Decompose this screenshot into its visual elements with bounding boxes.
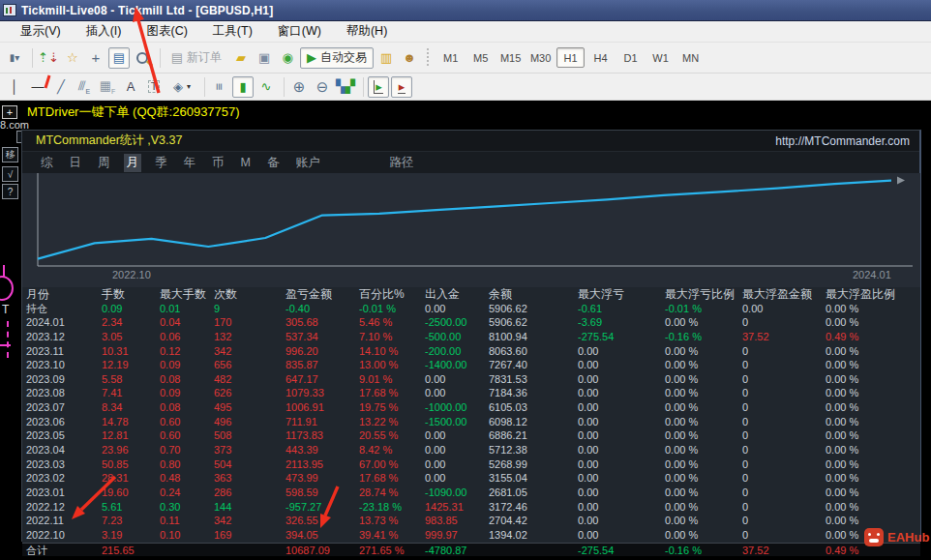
table-cell: 0 — [742, 386, 826, 400]
stats-tab-季[interactable]: 季 — [152, 154, 170, 172]
stats-tab-币[interactable]: 币 — [209, 154, 227, 172]
menu-item[interactable]: 插入(I) — [74, 21, 135, 42]
zoom-in-button[interactable]: ⊕ — [288, 76, 310, 98]
table-cell: 2022.12 — [26, 500, 102, 515]
table-cell: 0.00 % — [826, 358, 920, 372]
line-chart-button[interactable]: ∿ — [255, 76, 277, 98]
stats-tab-日[interactable]: 日 — [67, 154, 85, 172]
stats-tab-月[interactable]: 月 — [124, 154, 142, 172]
mtdriver-expand-button[interactable]: + — [2, 105, 17, 119]
stats-tab-年[interactable]: 年 — [181, 154, 199, 172]
title-bar[interactable]: Tickmill-Live08 - Tickmill Ltd - [GBPUSD… — [0, 0, 931, 21]
table-cell: 0.00 % — [665, 428, 742, 443]
new-order-button[interactable]: ▤ 新订单 — [165, 47, 228, 69]
eraser-icon[interactable]: ▰ — [230, 47, 252, 69]
profiles-icon[interactable]: ☆ — [62, 47, 83, 69]
table-cell: 0.00 % — [826, 471, 920, 486]
stats-tab-path[interactable]: 路径 — [389, 155, 413, 171]
table-cell: 2023.07 — [26, 400, 102, 415]
table-cell: 373 — [214, 443, 285, 457]
table-cell: 0.00 — [425, 302, 489, 316]
table-cell: 13.00 % — [359, 358, 425, 372]
table-cell: 286 — [214, 486, 285, 500]
timeframe-button-m15[interactable]: M15 — [496, 47, 525, 68]
autotrade-button[interactable]: ▶ 自动交易 — [300, 47, 374, 69]
table-cell: 495 — [214, 400, 285, 415]
timeframe-button-mn[interactable]: MN — [676, 47, 705, 68]
table-cell: 711.91 — [285, 415, 359, 429]
table-cell: 37.52 — [742, 330, 826, 344]
panel-help-button[interactable]: ? — [2, 184, 18, 199]
table-cell: 0.00 % — [826, 415, 920, 429]
label-tool[interactable]: T — [143, 76, 165, 98]
table-cell: 0.00 — [425, 428, 489, 443]
timeframe-button-h4[interactable]: H4 — [586, 47, 615, 68]
horizontal-line-tool[interactable]: — — [27, 76, 48, 98]
stats-tab-综[interactable]: 综 — [38, 154, 56, 172]
table-cell — [489, 544, 578, 558]
menu-item[interactable]: 显示(V) — [8, 21, 74, 42]
timeframe-button-m1[interactable]: M1 — [436, 47, 465, 68]
market-watch-icon[interactable] — [132, 47, 153, 69]
trendline-tool[interactable]: ╱ — [50, 76, 72, 98]
candlestick-chart-button[interactable]: ▮ — [232, 76, 254, 98]
table-cell: -23.18 % — [359, 500, 425, 515]
stats-tab-备[interactable]: 备 — [264, 154, 283, 172]
table-cell: 508 — [214, 428, 285, 443]
text-tool[interactable]: A — [120, 76, 141, 98]
new-chart-icon[interactable]: ⇡⇣ — [37, 47, 60, 69]
table-cell: 326.55 — [285, 514, 359, 528]
timeframe-button-m30[interactable]: M30 — [526, 47, 555, 68]
table-cell: 0.09 — [160, 386, 214, 400]
tile-windows-button[interactable]: ▚▞ — [335, 76, 356, 98]
cursor-tool[interactable]: │ — [4, 76, 25, 98]
table-cell: 0.11 — [160, 514, 214, 528]
zoom-out-button[interactable]: ⊖ — [312, 76, 333, 98]
panel-move-button[interactable]: 移 — [2, 147, 18, 162]
timeframe-button-d1[interactable]: D1 — [616, 47, 645, 68]
table-cell: 5906.62 — [489, 315, 578, 330]
timeframe-button-m5[interactable]: M5 — [466, 47, 495, 68]
table-cell: 13.73 % — [359, 514, 425, 528]
stats-tab-M[interactable]: M — [238, 155, 254, 170]
bar-chart-button[interactable]: ≡ — [209, 76, 230, 98]
menu-item[interactable]: 工具(T) — [200, 21, 265, 42]
community-icon[interactable]: ☻ — [399, 47, 420, 69]
table-cell: 0.00 % — [826, 400, 920, 415]
equidistant-channel-tool[interactable]: ⫻E — [74, 76, 95, 98]
new-order-label: 新订单 — [187, 49, 222, 66]
chart-shift-button[interactable]: ▸ — [391, 76, 412, 98]
table-cell: 0.00 % — [665, 415, 742, 429]
stats-tab-周[interactable]: 周 — [95, 154, 113, 172]
menu-item[interactable]: 窗口(W) — [265, 21, 334, 42]
table-cell: 0.00 — [578, 386, 665, 400]
data-window-icon[interactable]: ▤ — [108, 47, 130, 69]
auto-scroll-button[interactable]: ▸ — [368, 76, 389, 98]
stats-tab-账户[interactable]: 账户 — [292, 154, 322, 172]
table-cell: 305.68 — [285, 315, 359, 330]
menu-item[interactable]: 图表(C) — [134, 21, 199, 42]
deposit-icon[interactable]: ▥ — [375, 47, 397, 69]
panel-confirm-button[interactable]: √ — [2, 166, 18, 182]
menu-item[interactable]: 帮助(H) — [334, 21, 400, 42]
table-cell: 19.75 % — [359, 400, 425, 415]
panel-url-link[interactable]: http://MTCommander.com — [775, 134, 910, 148]
shapes-tool-dropdown[interactable]: ◈▾ — [166, 76, 197, 98]
table-cell: 1173.83 — [285, 428, 359, 443]
table-row: 2023.0512.810.605081173.8320.55 %0.00688… — [26, 428, 920, 443]
column-header: 最大浮盈金额 — [742, 287, 826, 302]
signals-icon[interactable]: ◉ — [277, 47, 298, 69]
table-cell: 1425.31 — [425, 500, 489, 515]
table-cell: 合计 — [26, 544, 102, 558]
crosshair-icon[interactable]: + — [85, 47, 106, 69]
toolbar-grip[interactable] — [425, 48, 432, 68]
chart-drawing-dashes — [7, 321, 9, 358]
timeframe-button-h1[interactable]: H1 — [556, 47, 585, 68]
table-cell: 626 — [214, 386, 285, 400]
expert-advisors-icon[interactable]: ▣ — [254, 47, 275, 69]
chart-type-dropdown[interactable]: ▮▾ — [4, 47, 25, 69]
table-row: 2023.095.580.08482647.179.01 %0.007831.5… — [26, 372, 920, 387]
x-axis-label-end: 2024.01 — [853, 269, 891, 280]
fibonacci-tool[interactable]: ▦F — [97, 76, 118, 98]
timeframe-button-w1[interactable]: W1 — [646, 47, 675, 68]
